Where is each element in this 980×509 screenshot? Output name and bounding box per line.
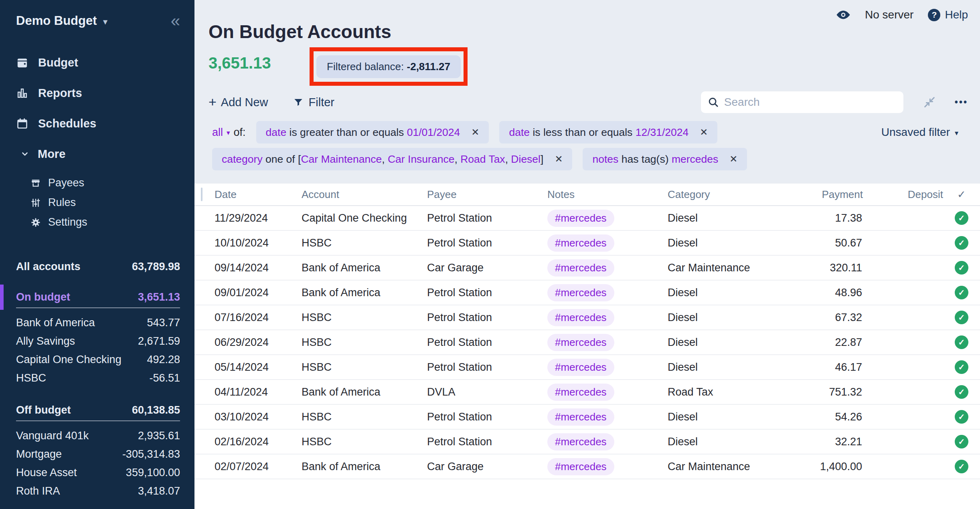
cleared-check-icon[interactable]: ✓ bbox=[955, 435, 968, 448]
chip-segment: has tag(s) bbox=[618, 153, 672, 165]
note-tag[interactable]: #mercedes bbox=[547, 384, 614, 401]
account-row[interactable]: Roth IRA 3,418.07 bbox=[16, 482, 180, 500]
transaction-row[interactable]: 09/01/2024 Bank of America Petrol Statio… bbox=[194, 281, 980, 305]
cleared-check-icon[interactable]: ✓ bbox=[955, 460, 968, 473]
match-mode-dropdown[interactable]: all ▾ of: bbox=[212, 126, 246, 139]
select-all-checkbox[interactable] bbox=[201, 188, 202, 201]
sidebar-item-label: More bbox=[38, 147, 65, 161]
notes-cell: #mercedes bbox=[547, 284, 668, 301]
note-tag[interactable]: #mercedes bbox=[547, 309, 614, 326]
transaction-row[interactable]: 04/11/2024 Bank of America DVLA #mercede… bbox=[194, 380, 980, 405]
server-status-button[interactable]: No server bbox=[865, 8, 913, 21]
add-new-button[interactable]: + Add New bbox=[209, 95, 268, 110]
note-tag[interactable]: #mercedes bbox=[547, 433, 614, 450]
remove-filter-icon[interactable]: ✕ bbox=[700, 127, 708, 138]
note-tag[interactable]: #mercedes bbox=[547, 284, 614, 301]
unsaved-filter-label: Unsaved filter bbox=[881, 126, 950, 139]
sidebar-item-reports[interactable]: Reports bbox=[0, 78, 194, 108]
privacy-eye-button[interactable] bbox=[836, 10, 850, 20]
note-tag[interactable]: #mercedes bbox=[547, 458, 614, 475]
sidebar-item-settings[interactable]: Settings bbox=[0, 212, 194, 232]
notes-cell: #mercedes bbox=[547, 384, 668, 401]
sidebar-item-rules[interactable]: Rules bbox=[0, 193, 194, 212]
filter-condition-chip[interactable]: date is less than or equals 12/31/2024 ✕ bbox=[499, 121, 717, 143]
transaction-row[interactable]: 03/10/2024 HSBC Petrol Station #mercedes… bbox=[194, 405, 980, 430]
payee-cell: Car Garage bbox=[427, 461, 547, 473]
cleared-check-icon[interactable]: ✓ bbox=[955, 311, 968, 324]
account-row[interactable]: Mortgage -305,314.83 bbox=[16, 445, 180, 463]
account-row[interactable]: Vanguard 401k 2,935.61 bbox=[16, 426, 180, 445]
column-header-notes[interactable]: Notes bbox=[547, 188, 668, 201]
payee-cell: DVLA bbox=[427, 386, 547, 398]
sidebar-item-budget[interactable]: Budget bbox=[0, 47, 194, 78]
transaction-row[interactable]: 02/07/2024 Bank of America Car Garage #m… bbox=[194, 454, 980, 479]
transaction-row[interactable]: 06/29/2024 HSBC Petrol Station #mercedes… bbox=[194, 330, 980, 355]
cleared-check-icon[interactable]: ✓ bbox=[955, 286, 968, 299]
unsaved-filter-dropdown[interactable]: Unsaved filter ▾ bbox=[881, 126, 958, 139]
off-budget-amount: 60,138.85 bbox=[132, 404, 180, 416]
category-cell: Car Maintenance bbox=[668, 461, 784, 473]
account-row[interactable]: Ally Savings 2,671.59 bbox=[16, 332, 180, 350]
sidebar-collapse-button[interactable]: « bbox=[171, 14, 180, 28]
help-button[interactable]: ? Help bbox=[928, 8, 968, 21]
search-input[interactable] bbox=[724, 96, 897, 109]
cleared-cell: ✓ bbox=[943, 261, 980, 275]
sidebar-item-payees[interactable]: Payees bbox=[0, 173, 194, 193]
transaction-row[interactable]: 05/14/2024 HSBC Petrol Station #mercedes… bbox=[194, 355, 980, 380]
column-header-cleared[interactable]: ✓ bbox=[943, 188, 980, 201]
all-accounts-label: All accounts bbox=[16, 261, 81, 273]
notes-cell: #mercedes bbox=[547, 359, 668, 376]
filter-condition-chip[interactable]: date is greater than or equals 01/01/202… bbox=[256, 121, 489, 143]
note-tag[interactable]: #mercedes bbox=[547, 408, 614, 426]
column-header-category[interactable]: Category bbox=[668, 188, 784, 201]
chip-text: date is less than or equals 12/31/2024 bbox=[509, 126, 688, 139]
account-row[interactable]: House Asset 359,100.00 bbox=[16, 463, 180, 482]
account-cell: HSBC bbox=[302, 336, 427, 349]
note-tag[interactable]: #mercedes bbox=[547, 259, 614, 277]
all-accounts-row[interactable]: All accounts 63,789.98 bbox=[16, 257, 180, 276]
filter-button[interactable]: Filter bbox=[293, 96, 334, 109]
note-tag[interactable]: #mercedes bbox=[547, 334, 614, 351]
remove-filter-icon[interactable]: ✕ bbox=[471, 127, 479, 138]
transaction-row[interactable]: 07/16/2024 HSBC Petrol Station #mercedes… bbox=[194, 305, 980, 330]
column-header-deposit[interactable]: Deposit bbox=[863, 188, 943, 201]
column-header-account[interactable]: Account bbox=[302, 188, 427, 201]
filter-condition-chip[interactable]: notes has tag(s) mercedes ✕ bbox=[583, 148, 747, 170]
transaction-row[interactable]: 02/16/2024 HSBC Petrol Station #mercedes… bbox=[194, 430, 980, 454]
account-amount: -56.51 bbox=[149, 372, 180, 384]
note-tag[interactable]: #mercedes bbox=[547, 234, 614, 252]
cleared-check-icon[interactable]: ✓ bbox=[955, 211, 968, 225]
transaction-row[interactable]: 09/14/2024 Bank of America Car Garage #m… bbox=[194, 256, 980, 281]
overflow-menu-button[interactable]: ••• bbox=[955, 97, 968, 108]
collapse-transactions-icon[interactable] bbox=[923, 95, 936, 109]
note-tag[interactable]: #mercedes bbox=[547, 210, 614, 227]
cleared-check-icon[interactable]: ✓ bbox=[955, 236, 968, 250]
budget-switcher[interactable]: Demo Budget ▾ bbox=[16, 14, 107, 28]
sidebar-item-more[interactable]: More bbox=[0, 139, 194, 169]
date-cell: 02/07/2024 bbox=[215, 461, 302, 473]
account-name: Vanguard 401k bbox=[16, 430, 89, 442]
account-row[interactable]: HSBC -56.51 bbox=[16, 369, 180, 387]
notes-cell: #mercedes bbox=[547, 408, 668, 426]
cleared-check-icon[interactable]: ✓ bbox=[955, 410, 968, 424]
on-budget-row[interactable]: On budget 3,651.13 bbox=[16, 288, 180, 307]
cleared-check-icon[interactable]: ✓ bbox=[955, 261, 968, 275]
cleared-check-icon[interactable]: ✓ bbox=[955, 360, 968, 374]
account-row[interactable]: Capital One Checking 492.28 bbox=[16, 350, 180, 369]
note-tag[interactable]: #mercedes bbox=[547, 359, 614, 376]
transaction-row[interactable]: 10/10/2024 HSBC Petrol Station #mercedes… bbox=[194, 231, 980, 256]
column-header-payment[interactable]: Payment bbox=[784, 188, 863, 201]
transaction-row[interactable]: 11/29/2024 Capital One Checking Petrol S… bbox=[194, 206, 980, 231]
remove-filter-icon[interactable]: ✕ bbox=[555, 154, 563, 165]
account-row[interactable]: Bank of America 543.77 bbox=[16, 313, 180, 332]
column-header-date[interactable]: Date bbox=[215, 188, 302, 201]
sidebar-item-schedules[interactable]: Schedules bbox=[0, 108, 194, 139]
off-budget-row[interactable]: Off budget 60,138.85 bbox=[16, 401, 180, 420]
category-cell: Car Maintenance bbox=[668, 262, 784, 274]
column-header-payee[interactable]: Payee bbox=[427, 188, 547, 201]
cleared-check-icon[interactable]: ✓ bbox=[955, 335, 968, 349]
cleared-check-icon[interactable]: ✓ bbox=[955, 385, 968, 399]
account-amount: 359,100.00 bbox=[126, 467, 180, 479]
remove-filter-icon[interactable]: ✕ bbox=[729, 154, 737, 165]
filter-condition-chip[interactable]: category one of [Car Maintenance, Car In… bbox=[212, 148, 572, 170]
